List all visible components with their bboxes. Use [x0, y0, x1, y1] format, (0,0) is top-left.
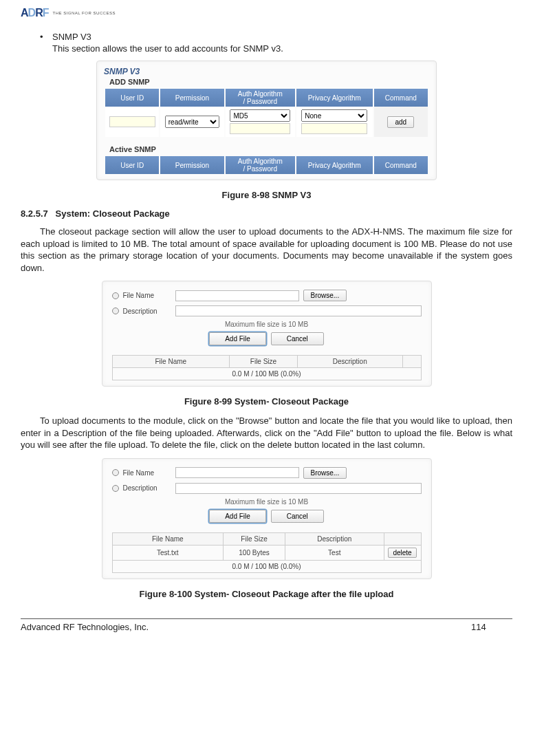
add-button[interactable]: add [387, 116, 414, 128]
active-snmp-table: User ID Permission Auth Algorithm/ Passw… [104, 156, 429, 174]
paragraph-2: To upload documents to the module, click… [21, 415, 512, 451]
bullet-dot: • [40, 32, 52, 42]
radio-icon[interactable] [112, 485, 119, 492]
desc-label-2: Description [123, 484, 171, 492]
bullet-desc: This section allows the user to add acco… [52, 43, 512, 54]
closeout-panel-1: File Name Browse... Description Maximum … [102, 281, 432, 387]
radio-icon[interactable] [112, 292, 119, 299]
file-table: File Name File Size Description 0.0 M / … [112, 355, 422, 380]
cancel-button-2[interactable]: Cancel [271, 510, 324, 523]
col-permission-2: Permission [160, 156, 224, 174]
desc-input-2[interactable] [175, 483, 422, 494]
footer-company: Advanced RF Technologies, Inc. [21, 622, 471, 632]
auth-select[interactable]: MD5 [230, 109, 290, 122]
usage-row: 0.0 M / 100 MB (0.0%) [112, 368, 421, 380]
cancel-button[interactable]: Cancel [271, 332, 324, 345]
col-command-2: Command [374, 156, 428, 174]
cell-desc: Test [285, 545, 384, 560]
radio-icon[interactable] [112, 469, 119, 476]
file-input-2[interactable] [175, 467, 299, 478]
add-snmp-table: User ID Permission Auth Algorithm/ Passw… [104, 89, 429, 137]
browse-button[interactable]: Browse... [303, 290, 347, 301]
fig-100-caption: Figure 8-100 System- Closeout Package af… [21, 589, 512, 599]
add-file-button[interactable]: Add File [209, 332, 266, 345]
col-userid-2: User ID [105, 156, 159, 174]
cell-filename: Test.txt [112, 545, 224, 560]
logo: ADRF THE SIGNAL FOR SUCCESS [21, 7, 512, 19]
section-heading: 8.2.5.7 System: Closeout Package [21, 208, 512, 219]
col-auth: Auth Algorithm/ Password [226, 89, 295, 107]
col-permission: Permission [160, 89, 224, 107]
th-filesize-2: File Size [224, 532, 285, 545]
bullet-title: SNMP V3 [52, 32, 91, 42]
userid-input[interactable] [109, 116, 155, 127]
th-filesize: File Size [230, 356, 298, 368]
fig-99-caption: Figure 8-99 System- Closeout Package [21, 396, 512, 407]
permission-select[interactable]: read/write [165, 116, 219, 128]
footer-page: 114 [471, 622, 512, 632]
privacy-pass-input[interactable] [301, 123, 367, 134]
col-privacy-2: Privacy Algorithm [296, 156, 373, 174]
th-desc: Description [297, 356, 402, 368]
th-filename: File Name [112, 356, 230, 368]
logo-mark: ADRF [21, 7, 48, 19]
hint: Maximum file size is 10 MB [112, 321, 422, 328]
col-privacy: Privacy Algorithm [296, 89, 373, 107]
col-command: Command [374, 89, 428, 107]
col-userid: User ID [105, 89, 159, 107]
th-action [402, 356, 421, 368]
radio-icon[interactable] [112, 307, 119, 314]
table-row: Test.txt 100 Bytes Test delete [112, 545, 421, 560]
snmp-title: SNMP V3 [104, 67, 429, 76]
delete-button[interactable]: delete [388, 548, 416, 558]
footer: Advanced RF Technologies, Inc. 114 [21, 618, 512, 632]
fig-98-caption: Figure 8-98 SNMP V3 [21, 190, 512, 200]
usage-row-2: 0.0 M / 100 MB (0.0%) [112, 560, 421, 572]
th-filename-2: File Name [112, 532, 224, 545]
file-input[interactable] [175, 290, 299, 301]
file-label: File Name [123, 292, 171, 299]
snmp-panel: SNMP V3 ADD SNMP User ID Permission Auth… [96, 61, 437, 180]
th-desc-2: Description [285, 532, 384, 545]
browse-button-2[interactable]: Browse... [303, 467, 347, 479]
col-auth-2: Auth Algorithm/ Password [226, 156, 295, 174]
hint-2: Maximum file size is 10 MB [112, 498, 422, 506]
add-file-button-2[interactable]: Add File [209, 510, 266, 523]
logo-tagline: THE SIGNAL FOR SUCCESS [52, 11, 115, 15]
file-label-2: File Name [123, 469, 171, 477]
cell-filesize: 100 Bytes [224, 545, 285, 560]
th-action-2 [384, 532, 421, 545]
paragraph-1: The closeout package section will allow … [21, 226, 512, 274]
auth-pass-input[interactable] [230, 123, 290, 134]
file-table-2: File Name File Size Description Test.txt… [112, 532, 422, 573]
desc-label: Description [123, 307, 171, 315]
add-snmp-label: ADD SNMP [109, 78, 429, 86]
active-snmp-label: Active SNMP [109, 145, 429, 153]
closeout-panel-2: File Name Browse... Description Maximum … [102, 458, 432, 579]
privacy-select[interactable]: None [301, 109, 367, 122]
desc-input[interactable] [175, 305, 422, 316]
